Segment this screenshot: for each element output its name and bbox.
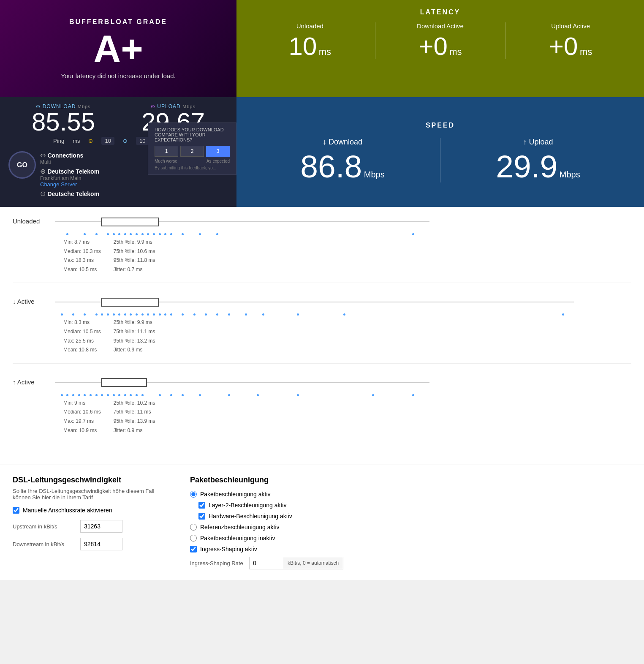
stat-item: Mean: 10.5 ms: [63, 265, 101, 275]
latency-unloaded-label: Unloaded: [253, 22, 367, 30]
dot: [72, 313, 74, 316]
packet-inactive-row[interactable]: Paketbeschleunigung inaktiv: [190, 535, 631, 542]
dot: [159, 233, 161, 235]
packet-active-radio[interactable]: [190, 491, 197, 498]
packet-active-label: Paketbeschleunigung aktiv: [200, 491, 271, 498]
boxplot-2: [55, 376, 631, 389]
rating-buttons[interactable]: 1 2 3: [155, 146, 230, 157]
change-server-link[interactable]: Change Server: [40, 181, 99, 188]
ping-label: Ping: [53, 138, 64, 144]
stat-item: Max: 19.7 ms: [63, 417, 101, 426]
layer2-checkbox[interactable]: [198, 502, 205, 509]
dot: [193, 313, 196, 316]
connections-label: Connections: [47, 152, 83, 159]
overlay-note: By submitting this feedback, yo...: [155, 166, 230, 170]
stat-col-right-0: 25th %ile: 9.9 ms75th %ile: 10.6 ms95th …: [114, 238, 155, 274]
dot: [141, 233, 144, 235]
dot: [136, 313, 138, 316]
server-location: Frankfurt am Main: [40, 175, 99, 181]
dsl-title: DSL-Leitungsgeschwindigkeit: [13, 476, 160, 484]
latency-columns: Unloaded 10 ms Download Active +0 ms Upl…: [245, 22, 636, 59]
speed-upload-value: 29.9: [496, 151, 557, 182]
chart-stats-1: Min: 8.3 msMedian: 10.5 msMax: 25.5 msMe…: [63, 318, 631, 354]
stat-item: Jitter: 0.7 ms: [114, 265, 155, 275]
reference-active-row[interactable]: Referenzbeschleunigung aktiv: [190, 524, 631, 531]
layer2-row[interactable]: Layer-2-Beschleunigung aktiv: [198, 502, 631, 509]
dot: [164, 313, 166, 316]
connections-row: GO ⇔ Connections Multi ⊕ Deutsche Teleko…: [8, 151, 228, 198]
hardware-checkbox[interactable]: [198, 513, 205, 520]
downstream-input[interactable]: [80, 538, 122, 550]
ingress-rate-input[interactable]: [250, 557, 283, 569]
upstream-input[interactable]: [80, 520, 122, 533]
stat-item: Jitter: 0.9 ms: [114, 426, 155, 435]
manual-rate-label: Manuelle Anschlussrate aktivieren: [23, 507, 112, 514]
rating-btn-2[interactable]: 2: [180, 146, 204, 157]
dot: [118, 313, 120, 316]
dot: [182, 313, 184, 316]
ingress-field[interactable]: kBit/s, 0 = automatisch: [249, 557, 343, 569]
packet-section: Paketbeschleunigung Paketbeschleunigung …: [173, 476, 631, 569]
connections-icon: ⇔: [40, 152, 47, 159]
dot: [170, 233, 172, 235]
chart-area-0: Min: 8.7 msMedian: 10.3 msMax: 18.3 msMe…: [55, 215, 631, 274]
upstream-row: Upstream in kBit/s: [13, 520, 160, 533]
speed-download-label: ↓ Download: [258, 138, 427, 147]
manual-rate-checkbox[interactable]: [13, 507, 19, 514]
dot: [228, 313, 230, 316]
ingress-shaping-checkbox[interactable]: [190, 546, 197, 552]
dot: [124, 233, 126, 235]
chart-row-2: ↑ ActiveMin: 9 msMedian: 10.6 msMax: 19.…: [13, 376, 631, 444]
dot: [147, 313, 149, 316]
ingress-shaping-row[interactable]: Ingress-Shaping aktiv: [190, 546, 631, 552]
rating-btn-3[interactable]: 3: [206, 146, 230, 157]
user-icon: ⊙: [40, 190, 47, 197]
stat-item: 95th %ile: 13.2 ms: [114, 337, 155, 346]
latency-upload-label: Upload Active: [514, 22, 627, 30]
boxplot-0: [55, 215, 631, 228]
ingress-shaping-label: Ingress-Shaping aktiv: [200, 546, 257, 552]
stat-item: Mean: 10.9 ms: [63, 426, 101, 435]
boxplot-1: [55, 296, 631, 308]
bufferbloat-description: Your latency did not increase under load…: [61, 72, 175, 79]
dot: [257, 394, 259, 396]
packet-title: Paketbeschleunigung: [190, 476, 631, 484]
dot: [147, 233, 149, 235]
down-icon: ⊙: [123, 138, 128, 144]
chart-label-1: ↓ Active: [13, 296, 46, 305]
go-button[interactable]: GO: [8, 151, 36, 179]
feedback-overlay: HOW DOES YOUR DOWNLOAD COMPARE WITH YOUR…: [148, 122, 236, 175]
reference-active-radio[interactable]: [190, 524, 197, 531]
globe-icon: ⊕: [40, 168, 47, 175]
stat-item: Mean: 10.8 ms: [63, 346, 101, 355]
dot: [130, 233, 132, 235]
stat-item: Min: 8.7 ms: [63, 238, 101, 247]
rating-btn-1[interactable]: 1: [155, 146, 178, 157]
dot: [297, 394, 299, 396]
dot: [61, 313, 63, 316]
packet-inactive-radio[interactable]: [190, 535, 197, 542]
chart-row-1: ↓ ActiveMin: 8.3 msMedian: 10.5 msMax: 2…: [13, 296, 631, 363]
speedtest-panel: ⊙ DOWNLOAD Mbps 85.55 ⊙ UPLOAD Mbps 29.6…: [0, 97, 236, 207]
stat-item: Max: 25.5 ms: [63, 337, 101, 346]
dot: [118, 394, 120, 396]
stat-item: Min: 8.3 ms: [63, 318, 101, 327]
dot: [95, 233, 98, 235]
hardware-row[interactable]: Hardware-Beschleunigung aktiv: [198, 513, 631, 520]
packet-active-row[interactable]: Paketbeschleunigung aktiv: [190, 491, 631, 498]
stat-item: 95th %ile: 11.8 ms: [114, 256, 155, 265]
stat-col-left-1: Min: 8.3 msMedian: 10.5 msMax: 25.5 msMe…: [63, 318, 101, 354]
stat-item: Median: 10.6 ms: [63, 408, 101, 417]
manual-rate-row[interactable]: Manuelle Anschlussrate aktivieren: [13, 507, 160, 514]
speed-panel: SPEED ↓ Download 86.8 Mbps ↑ Upload 29.9…: [236, 97, 644, 207]
dot: [153, 313, 155, 316]
stat-item: 25th %ile: 9.9 ms: [114, 238, 155, 247]
dot: [153, 233, 155, 235]
rating-left-label: Much worse: [155, 159, 177, 163]
dot: [124, 394, 126, 396]
dot: [95, 394, 98, 396]
dot: [84, 313, 86, 316]
stat-item: Median: 10.3 ms: [63, 247, 101, 256]
rating-labels: Much worse As expected: [155, 159, 230, 163]
dot: [90, 394, 92, 396]
